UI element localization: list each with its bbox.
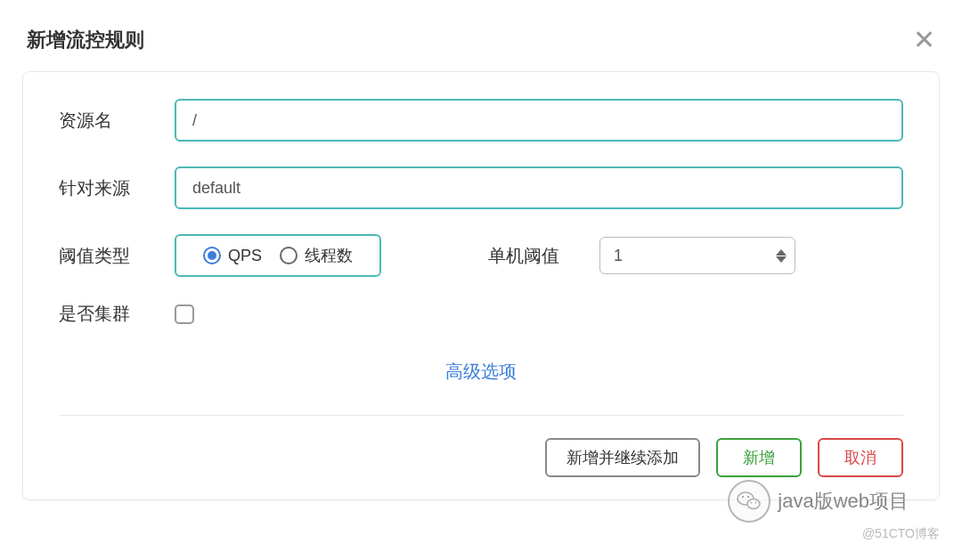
- spinner-down-icon[interactable]: [776, 256, 787, 263]
- radio-threads-label: 线程数: [305, 245, 353, 266]
- svg-point-1: [747, 499, 760, 509]
- radio-qps-label: QPS: [228, 247, 262, 265]
- source-watermark: @51CTO博客: [862, 526, 940, 542]
- source-label: 针对来源: [59, 176, 175, 200]
- modal-footer: 新增并继续添加 新增 取消: [59, 438, 903, 477]
- radio-circle-icon: [280, 247, 298, 264]
- cancel-button[interactable]: 取消: [818, 438, 903, 477]
- resource-name-row: 资源名: [59, 99, 903, 142]
- single-threshold-label: 单机阈值: [488, 244, 559, 268]
- wechat-icon: [728, 480, 770, 523]
- cluster-checkbox[interactable]: [175, 304, 194, 324]
- wechat-text: java版web项目: [778, 488, 909, 515]
- svg-point-4: [751, 502, 753, 504]
- modal-title: 新增流控规则: [27, 27, 144, 53]
- resource-name-input[interactable]: [175, 99, 903, 142]
- threshold-type-label: 阈值类型: [59, 244, 175, 268]
- flow-rule-modal: 新增流控规则 ✕ 资源名 针对来源 阈值类型: [0, 0, 962, 560]
- advanced-options-link[interactable]: 高级选项: [59, 351, 903, 388]
- radio-circle-icon: [203, 247, 221, 264]
- divider: [59, 415, 903, 416]
- source-row: 针对来源: [59, 166, 903, 209]
- modal-body: 资源名 针对来源 阈值类型 QPS: [22, 71, 940, 500]
- radio-qps[interactable]: QPS: [203, 247, 262, 265]
- add-continue-button[interactable]: 新增并继续添加: [545, 438, 700, 477]
- number-spinner: [776, 249, 787, 263]
- svg-point-2: [742, 496, 744, 498]
- resource-name-label: 资源名: [59, 109, 175, 133]
- source-input[interactable]: [175, 166, 903, 209]
- radio-threads[interactable]: 线程数: [280, 245, 353, 266]
- close-icon[interactable]: ✕: [913, 27, 935, 53]
- add-button[interactable]: 新增: [716, 438, 802, 477]
- threshold-type-radio-group: QPS 线程数: [175, 234, 381, 277]
- wechat-watermark: java版web项目: [728, 480, 909, 523]
- threshold-row: 阈值类型 QPS 线程数: [59, 234, 903, 277]
- cluster-label: 是否集群: [59, 302, 175, 326]
- single-threshold-input[interactable]: [599, 237, 795, 274]
- modal-header: 新增流控规则 ✕: [0, 0, 962, 71]
- spinner-up-icon[interactable]: [776, 249, 787, 256]
- svg-point-5: [755, 502, 757, 504]
- cluster-row: 是否集群: [59, 302, 903, 326]
- svg-point-3: [747, 496, 749, 498]
